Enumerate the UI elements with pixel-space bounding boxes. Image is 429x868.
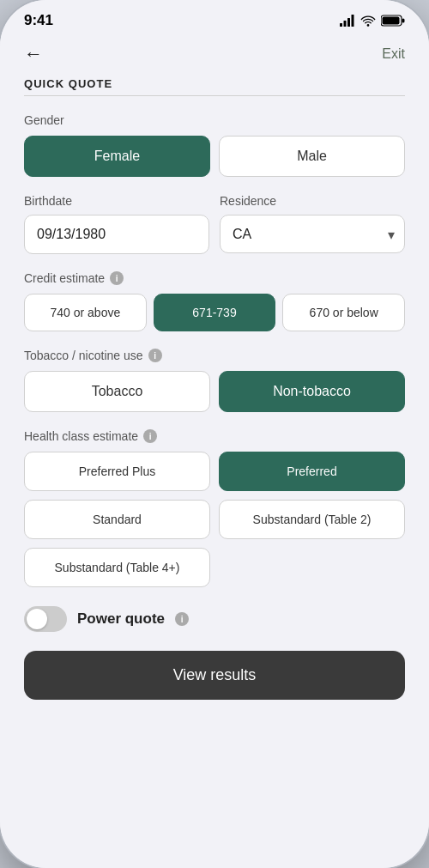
health-info-icon[interactable]: i [143, 429, 157, 443]
health-label-row: Health class estimate i [24, 429, 405, 443]
exit-button[interactable]: Exit [382, 46, 405, 62]
status-time: 9:41 [24, 12, 53, 29]
tobacco-label-row: Tobacco / nicotine use i [24, 349, 405, 362]
view-results-button[interactable]: View results [24, 651, 405, 700]
status-icons [340, 15, 405, 27]
birthdate-label: Birthdate [24, 194, 209, 208]
health-substandard2-button[interactable]: Substandard (Table 2) [219, 500, 405, 539]
power-quote-toggle[interactable] [24, 606, 67, 632]
credit-toggle-group: 740 or above 671-739 670 or below [24, 294, 405, 331]
svg-rect-5 [383, 17, 400, 25]
birthdate-group: Birthdate [24, 194, 209, 254]
tobacco-label: Tobacco / nicotine use [24, 349, 143, 362]
health-label: Health class estimate [24, 429, 138, 443]
tobacco-toggle-group: Tobacco Non-tobacco [24, 371, 405, 412]
tobacco-no-button[interactable]: Non-tobacco [219, 371, 405, 412]
health-preferred-plus-button[interactable]: Preferred Plus [24, 452, 210, 491]
credit-high-button[interactable]: 740 or above [24, 294, 147, 331]
power-quote-info-icon[interactable]: i [175, 612, 189, 626]
residence-group: Residence CA NY TX FL ▾ [220, 194, 405, 254]
credit-label: Credit estimate [24, 271, 105, 285]
scroll-content: ← Exit QUICK QUOTE Gender Female Male Bi… [0, 34, 429, 868]
gender-label: Gender [24, 113, 405, 127]
svg-rect-3 [352, 15, 354, 27]
status-bar: 9:41 [0, 0, 429, 34]
credit-info-icon[interactable]: i [110, 271, 124, 285]
residence-select[interactable]: CA NY TX FL [220, 215, 405, 253]
svg-rect-0 [340, 23, 342, 27]
nav-row: ← Exit [24, 34, 405, 77]
gender-toggle-group: Female Male [24, 136, 405, 177]
tobacco-yes-button[interactable]: Tobacco [24, 371, 210, 412]
wifi-icon [360, 15, 376, 27]
health-standard-button[interactable]: Standard [24, 500, 210, 539]
battery-icon [381, 15, 405, 27]
health-substandard4-button[interactable]: Substandard (Table 4+) [24, 548, 210, 587]
health-preferred-button[interactable]: Preferred [219, 452, 405, 491]
phone-frame: 9:41 [0, 0, 429, 868]
svg-rect-2 [347, 18, 350, 27]
health-toggle-group: Preferred Plus Preferred Standard Substa… [24, 452, 405, 587]
page-title: QUICK QUOTE [24, 77, 405, 90]
gender-section: Gender Female Male [24, 113, 405, 177]
credit-section: Credit estimate i 740 or above 671-739 6… [24, 271, 405, 331]
signal-icon [340, 15, 355, 27]
credit-label-row: Credit estimate i [24, 271, 405, 285]
credit-mid-button[interactable]: 671-739 [154, 294, 276, 331]
birthdate-input[interactable] [24, 215, 209, 254]
residence-select-wrapper: CA NY TX FL ▾ [220, 215, 405, 253]
power-quote-row: Power quote i [24, 606, 405, 632]
health-section: Health class estimate i Preferred Plus P… [24, 429, 405, 587]
svg-rect-1 [344, 21, 347, 27]
residence-label: Residence [220, 194, 405, 208]
credit-low-button[interactable]: 670 or below [282, 294, 405, 331]
tobacco-section: Tobacco / nicotine use i Tobacco Non-tob… [24, 349, 405, 412]
tobacco-info-icon[interactable]: i [148, 349, 162, 362]
svg-rect-6 [402, 19, 405, 23]
back-button[interactable]: ← [24, 45, 43, 64]
gender-female-button[interactable]: Female [24, 136, 210, 177]
title-divider [24, 95, 405, 96]
power-quote-label: Power quote [77, 610, 165, 628]
gender-male-button[interactable]: Male [219, 136, 405, 177]
switch-thumb [27, 609, 47, 629]
birthdate-residence-row: Birthdate Residence CA NY TX FL ▾ [24, 194, 405, 254]
